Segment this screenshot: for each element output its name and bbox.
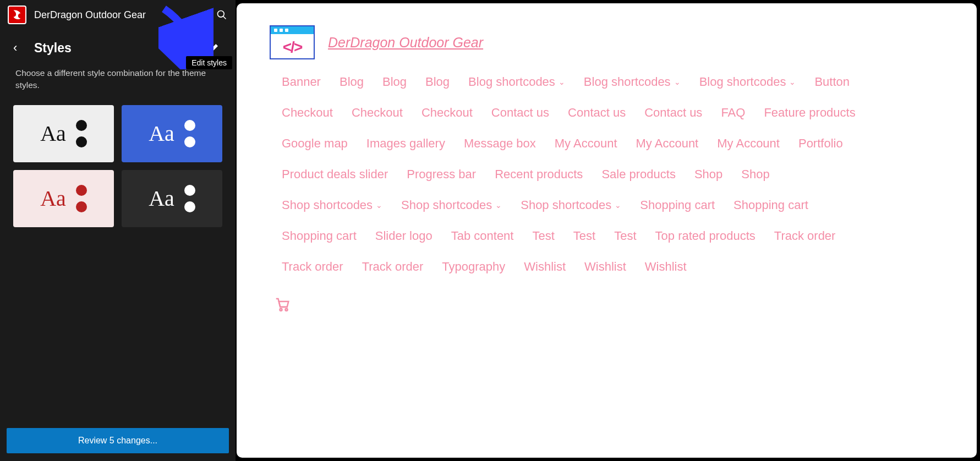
nav-link-label: Track order — [774, 229, 836, 243]
nav-link[interactable]: Progress bar — [407, 167, 476, 182]
nav-link[interactable]: Feature products — [764, 106, 855, 120]
nav-link[interactable]: Banner — [282, 75, 321, 89]
review-changes-button[interactable]: Review 5 changes... — [7, 428, 229, 453]
nav-link[interactable]: Track order — [774, 229, 836, 243]
nav-link-label: Banner — [282, 75, 321, 89]
nav-link[interactable]: Sale products — [601, 167, 676, 182]
nav-link[interactable]: Contact us — [568, 106, 626, 120]
nav-link[interactable]: Shopping cart — [640, 198, 715, 212]
nav-link-label: Message box — [464, 136, 536, 151]
nav-link[interactable]: Checkout — [282, 106, 333, 120]
nav-link[interactable]: Top rated products — [655, 229, 755, 243]
nav-link-label: Blog shortcodes — [468, 75, 555, 89]
nav-link-label: Shopping cart — [733, 198, 808, 212]
nav-link[interactable]: Blog — [425, 75, 450, 89]
preview-frame: </> DerDragon Outdoor Gear BannerBlogBlo… — [236, 0, 980, 461]
nav-link-label: Blog — [382, 75, 407, 89]
nav-link[interactable]: Slider logo — [375, 229, 432, 243]
nav-link[interactable]: Shop shortcodes⌄ — [401, 198, 502, 212]
nav-link[interactable]: Shop shortcodes⌄ — [521, 198, 621, 212]
nav-link[interactable]: Blog shortcodes⌄ — [699, 75, 796, 89]
style-swatch-dark[interactable]: Aa — [122, 170, 222, 227]
nav-link-label: Checkout — [421, 106, 473, 120]
nav-link-label: Track order — [362, 260, 424, 274]
chevron-down-icon: ⌄ — [615, 201, 621, 210]
pencil-icon[interactable] — [206, 40, 222, 56]
nav-link[interactable]: Blog — [340, 75, 364, 89]
eye-icon[interactable] — [185, 40, 201, 56]
edit-styles-tooltip: Edit styles — [186, 56, 232, 69]
nav-link[interactable]: Tab content — [451, 229, 514, 243]
nav-link-label: Checkout — [352, 106, 403, 120]
cart-row — [274, 296, 960, 315]
style-swatch-blue[interactable]: Aa — [122, 105, 222, 162]
nav-link[interactable]: Blog — [382, 75, 407, 89]
nav-link[interactable]: Test — [573, 229, 595, 243]
nav-link[interactable]: Contact us — [491, 106, 549, 120]
nav-link[interactable]: Google map — [282, 136, 348, 151]
swatch-sample-text: Aa — [149, 185, 174, 211]
nav-link[interactable]: Blog shortcodes⌄ — [584, 75, 681, 89]
nav-link[interactable]: Message box — [464, 136, 536, 151]
nav-link[interactable]: Shop — [694, 167, 722, 182]
style-swatch-light[interactable]: Aa — [13, 105, 114, 162]
nav-link-label: Blog — [340, 75, 364, 89]
cart-icon[interactable] — [274, 305, 291, 314]
site-preview: </> DerDragon Outdoor Gear BannerBlogBlo… — [237, 3, 977, 458]
nav-link-label: Slider logo — [375, 229, 432, 243]
chevron-down-icon: ⌄ — [674, 78, 681, 86]
site-title[interactable]: DerDragon Outdoor Gear — [34, 9, 208, 21]
nav-link[interactable]: Images gallery — [366, 136, 445, 151]
nav-link[interactable]: Test — [614, 229, 636, 243]
site-emblem-icon[interactable] — [8, 6, 26, 24]
nav-link[interactable]: Typography — [442, 260, 505, 274]
brand-logo-icon[interactable]: </> — [270, 25, 315, 59]
nav-link-label: Wishlist — [584, 260, 626, 274]
swatch-palette-icon — [76, 185, 87, 212]
nav-link[interactable]: Wishlist — [584, 260, 626, 274]
nav-link-label: Shopping cart — [282, 229, 357, 243]
nav-link[interactable]: Checkout — [421, 106, 473, 120]
nav-link[interactable]: Wishlist — [524, 260, 566, 274]
nav-link[interactable]: FAQ — [721, 106, 745, 120]
nav-link[interactable]: My Account — [717, 136, 780, 151]
nav-link-label: Shop shortcodes — [282, 198, 373, 212]
nav-link[interactable]: My Account — [636, 136, 699, 151]
nav-link-label: Contact us — [491, 106, 549, 120]
nav-link[interactable]: My Account — [555, 136, 617, 151]
styles-header: ‹ Styles Edit styles — [0, 30, 236, 58]
nav-link[interactable]: Recent products — [495, 167, 583, 182]
nav-link-label: Blog shortcodes — [584, 75, 671, 89]
nav-link-label: Top rated products — [655, 229, 755, 243]
nav-link-label: Test — [614, 229, 636, 243]
style-swatch-pink[interactable]: Aa — [13, 170, 114, 227]
nav-link[interactable]: Contact us — [644, 106, 702, 120]
chevron-down-icon: ⌄ — [495, 201, 502, 210]
search-icon[interactable] — [216, 9, 228, 21]
nav-link[interactable]: Blog shortcodes⌄ — [468, 75, 565, 89]
nav-link-label: FAQ — [721, 106, 745, 120]
nav-link-label: Wishlist — [524, 260, 566, 274]
nav-link[interactable]: Track order — [282, 260, 343, 274]
nav-link-label: Test — [573, 229, 595, 243]
nav-link[interactable]: Shop shortcodes⌄ — [282, 198, 382, 212]
nav-link[interactable]: Wishlist — [645, 260, 687, 274]
nav-link-label: Track order — [282, 260, 343, 274]
nav-link[interactable]: Shopping cart — [733, 198, 808, 212]
nav-link[interactable]: Button — [814, 75, 850, 89]
brand-name-link[interactable]: DerDragon Outdoor Gear — [328, 35, 483, 51]
editor-sidebar: DerDragon Outdoor Gear ‹ Styles Edit sty… — [0, 0, 236, 461]
nav-link[interactable]: Portfolio — [798, 136, 843, 151]
nav-link[interactable]: Product deals slider — [282, 167, 388, 182]
swatch-sample-text: Aa — [40, 120, 66, 146]
nav-link[interactable]: Shopping cart — [282, 229, 357, 243]
nav-link-label: Contact us — [644, 106, 702, 120]
nav-link[interactable]: Checkout — [352, 106, 403, 120]
swatch-palette-icon — [184, 120, 195, 147]
nav-link[interactable]: Track order — [362, 260, 424, 274]
chevron-down-icon: ⌄ — [559, 78, 565, 86]
svg-point-4 — [280, 309, 282, 311]
nav-link[interactable]: Shop — [741, 167, 769, 182]
nav-link[interactable]: Test — [532, 229, 554, 243]
back-icon[interactable]: ‹ — [13, 41, 26, 55]
